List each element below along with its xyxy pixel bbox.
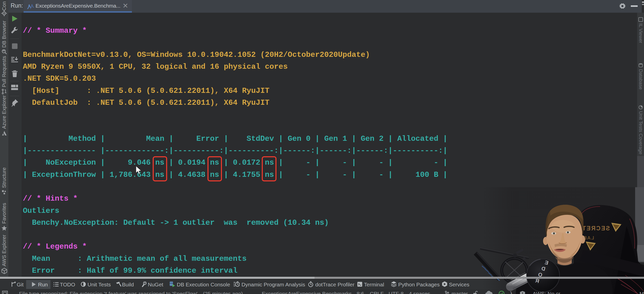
svg-text:SECRET: SECRET <box>582 225 610 232</box>
